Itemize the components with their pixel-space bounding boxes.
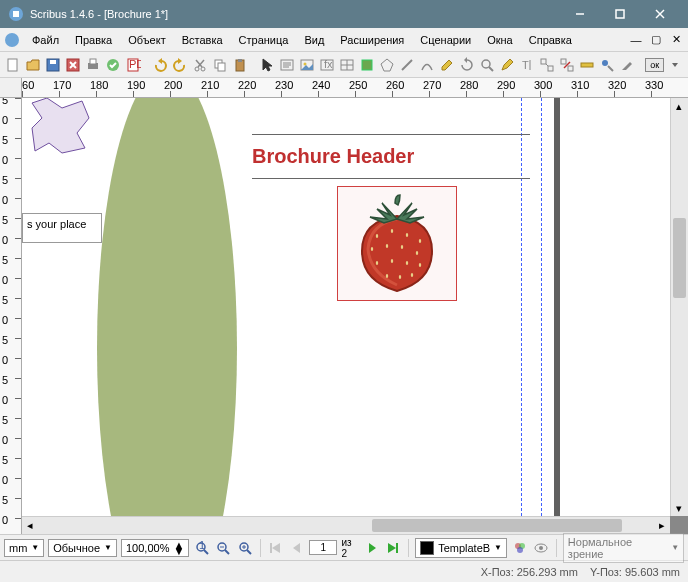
paste-button[interactable] <box>231 55 249 75</box>
menu-file[interactable]: Файл <box>24 30 67 50</box>
close-button[interactable] <box>640 0 680 28</box>
pdf-dropdown-button[interactable] <box>666 55 684 75</box>
canvas-container: s your place Brochure Header <box>22 98 688 534</box>
scrollbar-thumb[interactable] <box>673 218 686 298</box>
table-tool[interactable] <box>338 55 356 75</box>
select-tool[interactable] <box>258 55 276 75</box>
workarea: 5050505050505050505050 s your place Broc… <box>0 98 688 534</box>
menu-windows[interactable]: Окна <box>479 30 521 50</box>
menu-edit[interactable]: Правка <box>67 30 120 50</box>
render-frame-tool[interactable]: fx <box>318 55 336 75</box>
rotate-tool[interactable] <box>458 55 476 75</box>
redo-button[interactable] <box>171 55 189 75</box>
page-edge <box>554 98 560 516</box>
horizontal-ruler[interactable]: 1601701801902002102202302402502602702802… <box>22 78 688 97</box>
text-frame-content: s your place <box>27 218 86 230</box>
menu-page[interactable]: Страница <box>231 30 297 50</box>
document-canvas[interactable]: s your place Brochure Header <box>22 98 670 516</box>
zoom-level-input[interactable]: 100,00%▲▼ <box>121 539 189 557</box>
divider-line[interactable] <box>252 134 530 135</box>
save-button[interactable] <box>44 55 62 75</box>
vertical-ruler[interactable]: 5050505050505050505050 <box>0 98 22 534</box>
layer-selector[interactable]: TemplateB▼ <box>415 538 507 558</box>
prev-page-button[interactable] <box>288 539 305 557</box>
shape-tool[interactable] <box>358 55 376 75</box>
copy-button[interactable] <box>211 55 229 75</box>
cms-toggle-button[interactable] <box>511 539 528 557</box>
image-frame-tool[interactable] <box>298 55 316 75</box>
quality-value: Обычное <box>53 542 100 554</box>
menu-help[interactable]: Справка <box>521 30 580 50</box>
menu-extensions[interactable]: Расширения <box>332 30 412 50</box>
eyedropper-tool[interactable] <box>618 55 636 75</box>
maximize-button[interactable] <box>600 0 640 28</box>
zoom-out-button[interactable] <box>215 539 232 557</box>
svg-point-55 <box>386 244 388 248</box>
ruler-origin[interactable] <box>0 78 22 97</box>
scroll-down-button[interactable]: ▾ <box>671 500 687 516</box>
pdf-button[interactable]: PDF <box>124 55 142 75</box>
polygon-tool[interactable] <box>378 55 396 75</box>
freehand-tool[interactable] <box>438 55 456 75</box>
open-button[interactable] <box>24 55 42 75</box>
header-text-frame[interactable]: Brochure Header <box>252 139 530 174</box>
unit-selector[interactable]: mm▼ <box>4 539 44 557</box>
undo-button[interactable] <box>151 55 169 75</box>
zoom-tool[interactable] <box>478 55 496 75</box>
new-button[interactable] <box>4 55 22 75</box>
svg-point-38 <box>482 60 490 68</box>
svg-point-49 <box>602 60 608 66</box>
mdi-close-button[interactable]: ✕ <box>668 32 684 48</box>
preview-quality-selector[interactable]: Обычное▼ <box>48 539 117 557</box>
edit-contents-tool[interactable] <box>498 55 516 75</box>
copy-props-tool[interactable] <box>598 55 616 75</box>
zoom-in-button[interactable] <box>236 539 253 557</box>
text-frame[interactable]: s your place <box>22 213 102 243</box>
measure-tool[interactable] <box>578 55 596 75</box>
cut-button[interactable] <box>191 55 209 75</box>
scroll-right-button[interactable]: ▸ <box>654 517 670 533</box>
zoom-100-button[interactable]: 1 <box>193 539 210 557</box>
svg-point-20 <box>201 67 205 71</box>
svg-rect-13 <box>90 59 96 64</box>
scroll-up-button[interactable]: ▴ <box>671 98 687 114</box>
horizontal-scrollbar[interactable]: ◂ ▸ <box>22 516 670 534</box>
close-doc-button[interactable] <box>64 55 82 75</box>
svg-line-37 <box>402 60 412 70</box>
image-frame[interactable] <box>337 186 457 301</box>
minimize-button[interactable] <box>560 0 600 28</box>
svg-rect-48 <box>581 63 593 67</box>
ellipse-shape[interactable] <box>97 98 237 516</box>
menu-scripts[interactable]: Сценарии <box>412 30 479 50</box>
next-page-button[interactable] <box>363 539 380 557</box>
pdf-toolbar-toggle[interactable]: ок <box>645 58 664 72</box>
last-page-button[interactable] <box>385 539 402 557</box>
menu-object[interactable]: Объект <box>120 30 173 50</box>
edit-text-tool[interactable]: T <box>518 55 536 75</box>
svg-point-57 <box>416 251 418 255</box>
print-button[interactable] <box>84 55 102 75</box>
scroll-left-button[interactable]: ◂ <box>22 517 38 533</box>
svg-line-44 <box>546 64 548 66</box>
polygon-shape[interactable] <box>27 98 95 163</box>
current-page-input[interactable] <box>309 540 337 555</box>
link-frames-tool[interactable] <box>538 55 556 75</box>
preview-toggle-button[interactable] <box>532 539 549 557</box>
bezier-tool[interactable] <box>418 55 436 75</box>
unlink-frames-tool[interactable] <box>558 55 576 75</box>
scrollbar-thumb[interactable] <box>372 519 622 532</box>
vision-mode-selector[interactable]: Нормальное зрение▼ <box>563 533 684 563</box>
divider-line[interactable] <box>252 178 530 179</box>
preflight-button[interactable] <box>104 55 122 75</box>
svg-point-59 <box>391 259 393 263</box>
menu-insert[interactable]: Вставка <box>174 30 231 50</box>
vertical-scrollbar[interactable]: ▴ ▾ <box>670 98 688 516</box>
first-page-button[interactable] <box>267 539 284 557</box>
menu-view[interactable]: Вид <box>296 30 332 50</box>
guide-line[interactable] <box>541 98 542 516</box>
text-frame-tool[interactable] <box>278 55 296 75</box>
mdi-minimize-button[interactable]: — <box>628 32 644 48</box>
line-tool[interactable] <box>398 55 416 75</box>
mdi-restore-button[interactable]: ▢ <box>648 32 664 48</box>
svg-text:T: T <box>522 59 529 71</box>
